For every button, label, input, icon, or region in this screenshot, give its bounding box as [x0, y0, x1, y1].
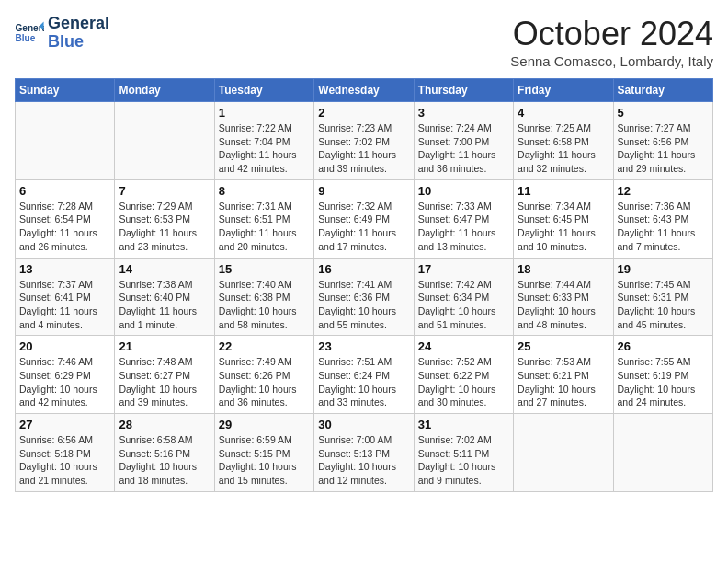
day-number: 17	[418, 262, 509, 276]
day-number: 25	[518, 339, 609, 353]
calendar-cell: 27 Sunrise: 6:56 AMSunset: 5:18 PMDaylig…	[16, 414, 115, 492]
day-number: 27	[19, 418, 110, 431]
day-number: 3	[418, 106, 509, 120]
day-info: Sunrise: 7:34 AMSunset: 6:45 PMDaylight:…	[518, 200, 609, 254]
weekday-wednesday: Wednesday	[314, 79, 414, 102]
calendar-cell: 11 Sunrise: 7:34 AMSunset: 6:45 PMDaylig…	[514, 179, 613, 258]
day-info: Sunrise: 7:55 AMSunset: 6:19 PMDaylight:…	[618, 355, 709, 409]
logo-icon: General Blue	[15, 20, 44, 46]
calendar-cell: 24 Sunrise: 7:52 AMSunset: 6:22 PMDaylig…	[414, 336, 513, 414]
day-info: Sunrise: 6:58 AMSunset: 5:16 PMDaylight:…	[119, 433, 210, 488]
day-number: 11	[518, 184, 609, 198]
day-info: Sunrise: 7:40 AMSunset: 6:38 PMDaylight:…	[219, 278, 310, 332]
week-row-1: 1 Sunrise: 7:22 AMSunset: 7:04 PMDayligh…	[16, 102, 713, 180]
day-info: Sunrise: 7:23 AMSunset: 7:02 PMDaylight:…	[318, 121, 409, 176]
day-info: Sunrise: 7:24 AMSunset: 7:00 PMDaylight:…	[418, 121, 509, 176]
week-row-3: 13 Sunrise: 7:37 AMSunset: 6:41 PMDaylig…	[16, 258, 713, 336]
calendar-cell: 19 Sunrise: 7:45 AMSunset: 6:31 PMDaylig…	[613, 258, 712, 336]
calendar-cell: 14 Sunrise: 7:38 AMSunset: 6:40 PMDaylig…	[115, 258, 214, 336]
day-info: Sunrise: 7:22 AMSunset: 7:04 PMDaylight:…	[219, 121, 310, 176]
calendar-cell	[613, 414, 712, 492]
calendar-cell: 28 Sunrise: 6:58 AMSunset: 5:16 PMDaylig…	[115, 414, 214, 492]
weekday-sunday: Sunday	[16, 79, 115, 102]
weekday-header-row: SundayMondayTuesdayWednesdayThursdayFrid…	[16, 79, 713, 102]
day-number: 22	[219, 339, 310, 353]
calendar-cell: 6 Sunrise: 7:28 AMSunset: 6:54 PMDayligh…	[16, 179, 115, 258]
calendar-cell	[514, 414, 613, 492]
day-info: Sunrise: 7:33 AMSunset: 6:47 PMDaylight:…	[418, 200, 509, 254]
day-number: 6	[19, 184, 110, 198]
calendar-cell: 12 Sunrise: 7:36 AMSunset: 6:43 PMDaylig…	[613, 179, 712, 258]
calendar-header: SundayMondayTuesdayWednesdayThursdayFrid…	[16, 79, 713, 102]
day-number: 28	[119, 418, 210, 431]
calendar-cell: 4 Sunrise: 7:25 AMSunset: 6:58 PMDayligh…	[514, 102, 613, 180]
weekday-thursday: Thursday	[414, 79, 513, 102]
calendar-cell: 29 Sunrise: 6:59 AMSunset: 5:15 PMDaylig…	[214, 414, 313, 492]
day-info: Sunrise: 7:31 AMSunset: 6:51 PMDaylight:…	[219, 200, 310, 254]
day-info: Sunrise: 7:25 AMSunset: 6:58 PMDaylight:…	[518, 121, 609, 176]
day-info: Sunrise: 6:56 AMSunset: 5:18 PMDaylight:…	[19, 433, 110, 488]
calendar-cell: 25 Sunrise: 7:53 AMSunset: 6:21 PMDaylig…	[514, 336, 613, 414]
day-number: 5	[618, 106, 709, 120]
weekday-friday: Friday	[514, 79, 613, 102]
day-number: 2	[318, 106, 409, 120]
calendar-cell: 23 Sunrise: 7:51 AMSunset: 6:24 PMDaylig…	[314, 336, 414, 414]
day-number: 8	[219, 184, 310, 198]
day-info: Sunrise: 7:29 AMSunset: 6:53 PMDaylight:…	[119, 200, 210, 254]
calendar-cell: 17 Sunrise: 7:42 AMSunset: 6:34 PMDaylig…	[414, 258, 513, 336]
calendar-cell: 7 Sunrise: 7:29 AMSunset: 6:53 PMDayligh…	[115, 179, 214, 258]
calendar-cell: 21 Sunrise: 7:48 AMSunset: 6:27 PMDaylig…	[115, 336, 214, 414]
weekday-tuesday: Tuesday	[214, 79, 313, 102]
day-info: Sunrise: 7:28 AMSunset: 6:54 PMDaylight:…	[19, 200, 110, 254]
day-info: Sunrise: 6:59 AMSunset: 5:15 PMDaylight:…	[219, 433, 310, 488]
day-info: Sunrise: 7:42 AMSunset: 6:34 PMDaylight:…	[418, 278, 509, 332]
day-info: Sunrise: 7:36 AMSunset: 6:43 PMDaylight:…	[618, 200, 709, 254]
day-info: Sunrise: 7:41 AMSunset: 6:36 PMDaylight:…	[318, 278, 409, 332]
day-info: Sunrise: 7:38 AMSunset: 6:40 PMDaylight:…	[119, 278, 210, 332]
title-block: October 2024 Senna Comasco, Lombardy, It…	[510, 15, 713, 69]
day-info: Sunrise: 7:37 AMSunset: 6:41 PMDaylight:…	[19, 278, 110, 332]
logo-text: General Blue	[48, 15, 109, 52]
weekday-monday: Monday	[115, 79, 214, 102]
day-number: 30	[318, 418, 409, 431]
calendar-cell: 1 Sunrise: 7:22 AMSunset: 7:04 PMDayligh…	[214, 102, 313, 180]
calendar-cell: 30 Sunrise: 7:00 AMSunset: 5:13 PMDaylig…	[314, 414, 414, 492]
day-info: Sunrise: 7:48 AMSunset: 6:27 PMDaylight:…	[119, 355, 210, 409]
day-number: 16	[318, 262, 409, 276]
calendar-cell: 22 Sunrise: 7:49 AMSunset: 6:26 PMDaylig…	[214, 336, 313, 414]
day-number: 20	[19, 339, 110, 353]
svg-text:Blue: Blue	[15, 33, 35, 43]
day-info: Sunrise: 7:46 AMSunset: 6:29 PMDaylight:…	[19, 355, 110, 409]
page-header: General Blue General Blue October 2024 S…	[15, 15, 713, 69]
day-number: 21	[119, 339, 210, 353]
day-info: Sunrise: 7:02 AMSunset: 5:11 PMDaylight:…	[418, 433, 509, 488]
day-info: Sunrise: 7:51 AMSunset: 6:24 PMDaylight:…	[318, 355, 409, 409]
calendar-cell: 20 Sunrise: 7:46 AMSunset: 6:29 PMDaylig…	[16, 336, 115, 414]
calendar-body: 1 Sunrise: 7:22 AMSunset: 7:04 PMDayligh…	[16, 102, 713, 492]
day-number: 14	[119, 262, 210, 276]
day-info: Sunrise: 7:27 AMSunset: 6:56 PMDaylight:…	[618, 121, 709, 176]
week-row-2: 6 Sunrise: 7:28 AMSunset: 6:54 PMDayligh…	[16, 179, 713, 258]
calendar-cell: 3 Sunrise: 7:24 AMSunset: 7:00 PMDayligh…	[414, 102, 513, 180]
calendar-cell	[16, 102, 115, 180]
day-number: 31	[418, 418, 509, 431]
calendar-cell: 16 Sunrise: 7:41 AMSunset: 6:36 PMDaylig…	[314, 258, 414, 336]
day-info: Sunrise: 7:52 AMSunset: 6:22 PMDaylight:…	[418, 355, 509, 409]
day-number: 10	[418, 184, 509, 198]
calendar-cell: 26 Sunrise: 7:55 AMSunset: 6:19 PMDaylig…	[613, 336, 712, 414]
day-info: Sunrise: 7:32 AMSunset: 6:49 PMDaylight:…	[318, 200, 409, 254]
calendar-cell: 8 Sunrise: 7:31 AMSunset: 6:51 PMDayligh…	[214, 179, 313, 258]
day-number: 7	[119, 184, 210, 198]
day-number: 23	[318, 339, 409, 353]
weekday-saturday: Saturday	[613, 79, 712, 102]
calendar-cell: 2 Sunrise: 7:23 AMSunset: 7:02 PMDayligh…	[314, 102, 414, 180]
day-number: 4	[518, 106, 609, 120]
day-number: 29	[219, 418, 310, 431]
calendar-cell	[115, 102, 214, 180]
day-info: Sunrise: 7:00 AMSunset: 5:13 PMDaylight:…	[318, 433, 409, 488]
day-number: 12	[618, 184, 709, 198]
day-info: Sunrise: 7:44 AMSunset: 6:33 PMDaylight:…	[518, 278, 609, 332]
day-number: 26	[618, 339, 709, 353]
day-number: 19	[618, 262, 709, 276]
week-row-5: 27 Sunrise: 6:56 AMSunset: 5:18 PMDaylig…	[16, 414, 713, 492]
